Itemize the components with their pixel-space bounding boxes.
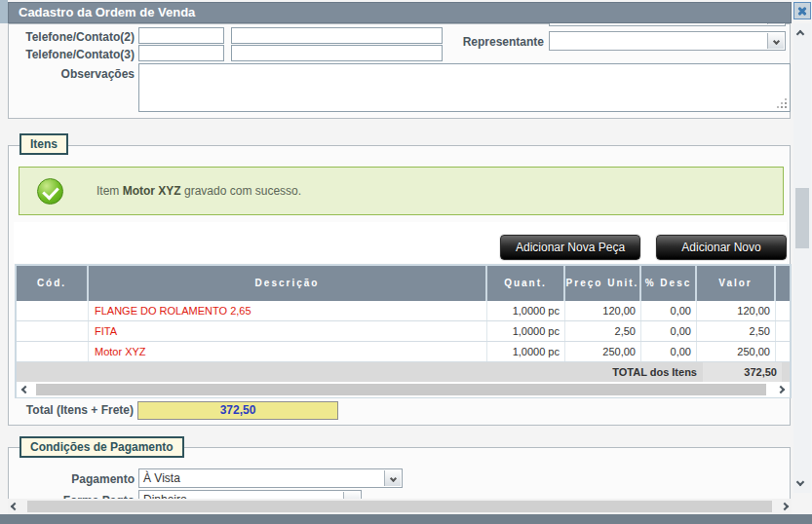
tel3-input-a[interactable] — [138, 45, 224, 61]
table-cell: FLANGE DO ROLAMENTO 2,65 — [89, 301, 487, 320]
add-new-part-button[interactable]: Adicionar Nova Peça — [500, 235, 640, 260]
chevron-up-icon[interactable] — [796, 30, 804, 38]
table-cell — [17, 301, 89, 320]
success-item-name: Motor XYZ — [123, 184, 181, 198]
table-cell: 0,00 — [641, 321, 697, 341]
observacoes-label: Observações — [9, 67, 135, 81]
table-cell: 0,00 — [641, 342, 697, 361]
column-header-clipped — [776, 266, 790, 301]
button-row: Adicionar Nova Peça Adicionar Novo Item — [14, 222, 787, 263]
column-header: Cód. — [17, 266, 89, 301]
tel2-input-a[interactable] — [138, 27, 224, 44]
tel2-input-b[interactable] — [231, 27, 443, 44]
scrollbar-thumb[interactable] — [795, 188, 809, 248]
tel2-label: Telefone/Contato(2) — [9, 30, 135, 44]
column-header: Valor — [697, 266, 776, 301]
vertical-scrollbar[interactable] — [793, 23, 811, 493]
representante-select[interactable] — [549, 31, 786, 51]
column-header: % Desc — [641, 266, 697, 301]
page-horizontal-scrollbar[interactable] — [8, 499, 792, 514]
table-cell: 120,00 — [697, 301, 776, 320]
chevron-right-icon[interactable] — [781, 503, 789, 510]
scrollbar-thumb[interactable] — [36, 384, 766, 395]
column-header: Quant. — [487, 266, 565, 301]
table-footer-row: TOTAL dos Itens 372,50 — [17, 362, 790, 382]
table-cell — [776, 301, 790, 320]
table-horizontal-scrollbar[interactable] — [17, 382, 790, 397]
table-cell — [776, 321, 790, 341]
total-items-label: TOTAL dos Itens — [17, 366, 703, 378]
table-row[interactable]: FLANGE DO ROLAMENTO 2,651,0000 pc120,000… — [17, 301, 790, 321]
parent-window-edge — [0, 0, 8, 23]
chevron-right-icon[interactable] — [777, 386, 785, 393]
itens-legend: Itens — [19, 133, 68, 155]
table-cell — [776, 342, 790, 361]
table-cell: 1,0000 pc — [487, 301, 565, 320]
tel3-input-b[interactable] — [231, 45, 443, 61]
table-cell: FITA — [89, 321, 487, 341]
window-bottom-edge — [0, 514, 812, 524]
table-cell: 2,50 — [565, 321, 641, 341]
table-cell: 250,00 — [565, 342, 641, 361]
table-cell: 1,0000 pc — [487, 342, 565, 361]
table-row[interactable]: FITA1,0000 pc2,500,002,50 — [17, 321, 790, 342]
total-value-field[interactable]: 372,50 — [137, 401, 338, 420]
chevron-left-icon[interactable] — [11, 503, 19, 510]
total-items-value: 372,50 — [703, 362, 782, 382]
table-cell — [17, 321, 89, 341]
pagamento-value: À Vista — [143, 471, 180, 485]
close-icon[interactable] — [793, 2, 811, 19]
success-message: Item Motor XYZ gravado com sucesso. — [19, 167, 784, 215]
contact-form-panel: Telefone/Contato(2) Representante Telefo… — [8, 23, 791, 119]
table-cell: 250,00 — [697, 342, 776, 361]
items-table: Cód.DescriçãoQuant.Preço Unit.% DescValo… — [15, 264, 792, 398]
table-row[interactable]: Motor XYZ1,0000 pc250,000,00250,00 — [17, 342, 790, 362]
chevron-down-icon — [767, 33, 784, 49]
table-cell — [17, 342, 89, 361]
chevron-down-icon[interactable] — [796, 478, 804, 486]
success-text: Item Motor XYZ gravado com sucesso. — [97, 184, 301, 198]
table-cell: Motor XYZ — [89, 342, 487, 361]
table-cell: 2,50 — [697, 321, 776, 341]
table-cell: 1,0000 pc — [487, 321, 565, 341]
pagamento-label: Pagamento — [9, 472, 135, 486]
column-header: Preço Unit. — [565, 266, 641, 301]
add-new-item-button[interactable]: Adicionar Novo Item — [656, 235, 787, 260]
itens-panel: Item Motor XYZ gravado com sucesso. Adic… — [8, 145, 791, 426]
column-header: Descrição — [89, 266, 487, 301]
dialog-title: Cadastro da Ordem de Venda — [8, 2, 792, 23]
chevron-down-icon — [384, 470, 401, 486]
tel3-label: Telefone/Contato(3) — [9, 48, 135, 61]
table-cell: 120,00 — [565, 301, 641, 320]
resize-grip-icon[interactable] — [785, 106, 787, 108]
observacoes-textarea[interactable] — [138, 63, 791, 112]
total-label: Total (Itens + Frete) — [9, 403, 134, 417]
pagamento-select[interactable]: À Vista — [138, 468, 403, 488]
scrollbar-thumb[interactable] — [27, 501, 772, 512]
pagamento-legend: Condições de Pagamento — [19, 436, 184, 458]
table-header-row: Cód.DescriçãoQuant.Preço Unit.% DescValo… — [17, 266, 790, 301]
chevron-left-icon[interactable] — [21, 386, 29, 393]
table-body: FLANGE DO ROLAMENTO 2,651,0000 pc120,000… — [17, 301, 790, 362]
table-cell: 0,00 — [641, 301, 697, 320]
sales-order-dialog: Telefone/Contato(2) Representante Telefo… — [0, 0, 812, 524]
check-circle-icon — [37, 178, 63, 205]
